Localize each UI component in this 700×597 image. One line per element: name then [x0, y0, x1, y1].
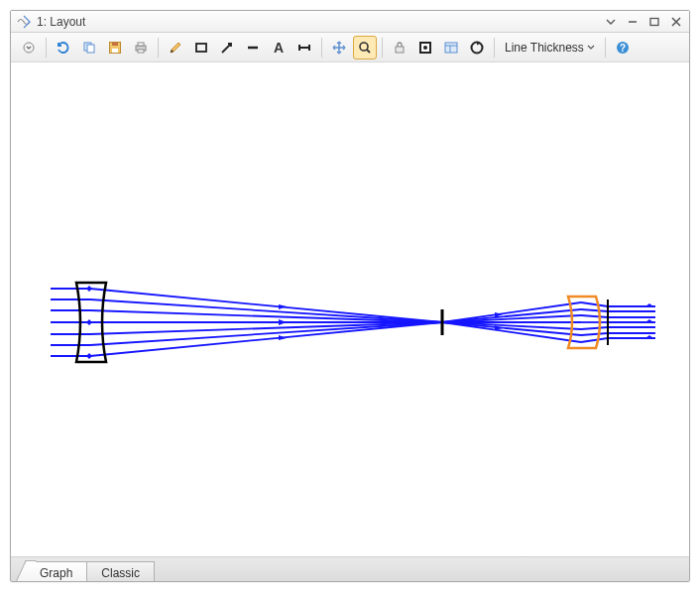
zoom-icon[interactable]	[353, 36, 377, 60]
pan-icon[interactable]	[327, 36, 351, 60]
svg-rect-1	[650, 18, 658, 25]
svg-line-55	[581, 333, 608, 335]
svg-line-54	[581, 327, 608, 329]
refresh-icon[interactable]	[52, 36, 75, 60]
fit-extents-icon[interactable]	[413, 36, 437, 60]
svg-line-50	[581, 302, 608, 306]
separator	[46, 38, 47, 58]
svg-marker-69	[645, 303, 653, 306]
app-icon	[17, 15, 31, 29]
text-icon[interactable]: A	[267, 36, 291, 60]
svg-marker-65	[279, 319, 287, 325]
svg-marker-71	[645, 335, 653, 338]
tab-classic-label: Classic	[101, 566, 140, 580]
svg-line-18	[367, 50, 370, 53]
update-icon[interactable]	[465, 36, 489, 60]
line-thickness-dropdown[interactable]: Line Thickness	[500, 37, 600, 59]
dimension-icon[interactable]	[292, 36, 316, 60]
window-menu-down-icon[interactable]	[604, 15, 618, 29]
svg-rect-19	[396, 47, 404, 53]
svg-rect-4	[87, 45, 94, 53]
svg-text:?: ?	[620, 43, 626, 54]
tab-graph-label: Graph	[40, 566, 72, 580]
separator	[158, 38, 159, 58]
svg-line-37	[90, 299, 442, 322]
svg-marker-70	[645, 319, 653, 322]
line-thickness-label: Line Thickness	[505, 41, 584, 55]
window-layout-icon[interactable]	[439, 36, 463, 60]
svg-rect-23	[445, 43, 457, 53]
print-icon[interactable]	[129, 36, 153, 60]
svg-line-41	[90, 322, 442, 345]
line-icon[interactable]	[241, 36, 265, 60]
separator	[605, 38, 606, 58]
titlebar: 1: Layout	[11, 11, 689, 33]
separator	[494, 38, 495, 58]
save-icon[interactable]	[103, 36, 127, 60]
tab-graph[interactable]: Graph	[25, 561, 87, 581]
toolbar: A Line Thickness ?	[11, 33, 689, 62]
lock-icon[interactable]	[388, 36, 411, 60]
svg-rect-9	[138, 43, 144, 46]
svg-point-22	[423, 46, 427, 50]
svg-rect-10	[138, 50, 144, 53]
separator	[321, 38, 322, 58]
tab-classic[interactable]: Classic	[86, 561, 155, 581]
svg-rect-11	[196, 44, 206, 52]
pencil-icon[interactable]	[164, 36, 187, 60]
svg-line-56	[581, 338, 608, 342]
help-icon[interactable]: ?	[611, 36, 635, 60]
tabstrip: Graph Classic	[11, 557, 689, 581]
svg-rect-6	[112, 49, 118, 53]
separator	[382, 38, 383, 58]
minimize-icon[interactable]	[626, 15, 640, 29]
svg-point-2	[24, 43, 34, 53]
window-controls	[604, 15, 683, 29]
svg-line-12	[222, 44, 231, 53]
options-dropdown-icon[interactable]	[17, 36, 41, 60]
window-title: 1: Layout	[37, 15, 85, 29]
svg-line-51	[581, 309, 608, 311]
arrow-icon[interactable]	[215, 36, 239, 60]
layout-viewer-window: 1: Layout	[10, 10, 690, 582]
maximize-icon[interactable]	[647, 15, 661, 29]
copy-icon[interactable]	[77, 36, 101, 60]
layout-canvas[interactable]	[11, 62, 689, 557]
svg-rect-7	[112, 43, 118, 46]
chevron-down-icon	[587, 44, 595, 52]
text-glyph: A	[274, 40, 284, 56]
svg-line-52	[581, 315, 608, 317]
svg-point-17	[360, 43, 368, 51]
close-icon[interactable]	[669, 15, 683, 29]
rectangle-icon[interactable]	[189, 36, 213, 60]
ray-layout-diagram	[11, 62, 689, 556]
